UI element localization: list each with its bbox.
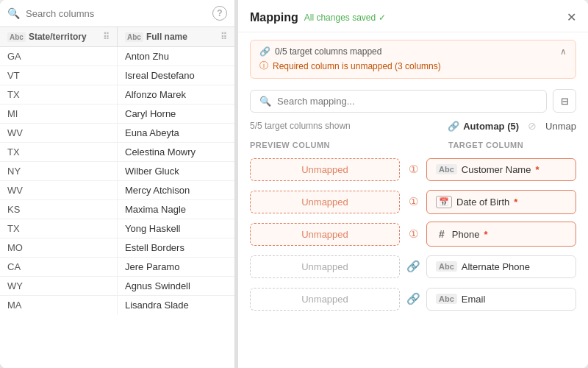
name-cell: Maxima Nagle bbox=[118, 200, 234, 219]
link-status-icon: 🔗 bbox=[259, 46, 270, 57]
mapping-search-input[interactable] bbox=[277, 96, 537, 107]
mapped-status: 🔗 0/5 target columns mapped bbox=[259, 46, 381, 57]
preview-box[interactable]: Unmapped bbox=[250, 191, 400, 213]
name-cell: Lisandra Slade bbox=[118, 296, 234, 314]
state-cell: MA bbox=[0, 296, 118, 314]
name-cell: Celestina Mowry bbox=[118, 143, 234, 161]
table-row: MI Caryl Horne bbox=[0, 105, 234, 124]
required-star: * bbox=[514, 197, 517, 208]
name-cell: Anton Zhu bbox=[118, 47, 234, 66]
main-container: 🔍 ? Abc State/territory ⠿ Abc Full name … bbox=[0, 0, 588, 368]
connector-icon: 🔗 bbox=[406, 292, 420, 305]
table-row: GA Anton Zhu bbox=[0, 47, 234, 66]
mapping-row: Unmapped 🔗 Abc Alternate Phone bbox=[250, 252, 576, 280]
preview-box[interactable]: Unmapped bbox=[250, 255, 400, 278]
target-box[interactable]: Abc Email bbox=[426, 288, 576, 311]
mapping-header: Mapping All changes saved ✓ ✕ bbox=[238, 0, 588, 32]
collapse-icon[interactable]: ∧ bbox=[560, 46, 567, 57]
name-cell: Caryl Horne bbox=[118, 105, 234, 123]
unmap-button[interactable]: Unmap bbox=[545, 121, 576, 132]
col2-header-label: Full name bbox=[146, 32, 187, 42]
target-column-header: TARGET COLUMN bbox=[426, 141, 576, 149]
columns-shown-label: 5/5 target columns shown bbox=[250, 121, 439, 131]
state-cell: CA bbox=[0, 258, 118, 276]
state-cell: VT bbox=[0, 66, 118, 85]
warning-text: Required column is unmapped (3 columns) bbox=[273, 61, 441, 71]
mapping-search-icon: 🔍 bbox=[259, 96, 271, 107]
close-button[interactable]: ✕ bbox=[567, 10, 576, 24]
name-cell: Mercy Atchison bbox=[118, 181, 234, 199]
target-name: Email bbox=[462, 294, 486, 305]
state-cell: TX bbox=[0, 143, 118, 161]
target-box[interactable]: Abc Alternate Phone bbox=[426, 255, 576, 278]
table-row: VT Isreal Destefano bbox=[0, 66, 234, 85]
preview-box[interactable]: Unmapped bbox=[250, 223, 400, 246]
target-name: Phone bbox=[452, 229, 480, 240]
right-panel: Mapping All changes saved ✓ ✕ 🔗 0/5 targ… bbox=[238, 0, 588, 368]
preview-box[interactable]: Unmapped bbox=[250, 158, 400, 181]
search-bar: 🔍 ? bbox=[0, 0, 234, 27]
unmap-label: Unmap bbox=[545, 121, 576, 132]
connector-icon: ① bbox=[406, 227, 420, 241]
help-icon[interactable]: ? bbox=[212, 6, 227, 21]
name-cell: Jere Paramo bbox=[118, 258, 234, 276]
checkmark-icon: ✓ bbox=[379, 13, 386, 23]
name-cell: Agnus Swindell bbox=[118, 277, 234, 295]
state-cell: WV bbox=[0, 124, 118, 142]
mapping-row: Unmapped ① # Phone * bbox=[250, 220, 576, 248]
name-cell: Isreal Destefano bbox=[118, 66, 234, 85]
col2-header: Abc Full name ⠿ bbox=[118, 27, 234, 46]
warning-icon: ⓘ bbox=[259, 60, 268, 72]
mapping-rows: Unmapped ① Abc Customer Name * Unmapped … bbox=[238, 152, 588, 368]
target-type-icon: Abc bbox=[436, 294, 457, 304]
target-type-icon: Abc bbox=[436, 261, 457, 272]
state-cell: MO bbox=[0, 238, 118, 257]
mapping-search-box: 🔍 bbox=[250, 90, 547, 113]
col2-drag-handle[interactable]: ⠿ bbox=[220, 32, 227, 42]
table-row: CA Jere Paramo bbox=[0, 258, 234, 277]
state-cell: MI bbox=[0, 105, 118, 123]
name-cell: Yong Haskell bbox=[118, 219, 234, 238]
state-cell: NY bbox=[0, 162, 118, 180]
state-cell: WV bbox=[0, 181, 118, 199]
target-type-icon: Abc bbox=[436, 164, 457, 174]
target-box[interactable]: 📅 Date of Birth * bbox=[426, 190, 576, 214]
preview-box[interactable]: Unmapped bbox=[250, 288, 400, 311]
required-star: * bbox=[535, 164, 539, 175]
preview-column-header: PREVIEW COLUMN bbox=[250, 141, 378, 149]
col1-header: Abc State/territory ⠿ bbox=[0, 27, 118, 46]
columns-count-row: 5/5 target columns shown 🔗 Automap (5) ⊘… bbox=[238, 118, 588, 138]
col1-drag-handle[interactable]: ⠿ bbox=[103, 32, 110, 42]
mapped-count: 0/5 target columns mapped bbox=[275, 46, 381, 57]
table-row: TX Yong Haskell bbox=[0, 219, 234, 238]
connector-icon: ① bbox=[406, 163, 420, 176]
state-cell: TX bbox=[0, 85, 118, 104]
filter-button[interactable]: ⊟ bbox=[553, 89, 576, 113]
mapping-search-row: 🔍 ⊟ bbox=[238, 86, 588, 118]
col1-header-label: State/territory bbox=[29, 32, 87, 42]
separator: ⊘ bbox=[528, 120, 537, 132]
mapping-cols-header: PREVIEW COLUMN TARGET COLUMN bbox=[238, 138, 588, 152]
state-cell: GA bbox=[0, 47, 118, 66]
mapping-row: Unmapped ① 📅 Date of Birth * bbox=[250, 188, 576, 216]
state-cell: KS bbox=[0, 200, 118, 219]
target-box[interactable]: # Phone * bbox=[426, 222, 576, 247]
search-input[interactable] bbox=[26, 8, 207, 19]
search-icon: 🔍 bbox=[7, 7, 20, 19]
target-box[interactable]: Abc Customer Name * bbox=[426, 158, 576, 181]
target-name: Customer Name bbox=[462, 164, 531, 175]
table-row: NY Wilber Gluck bbox=[0, 162, 234, 181]
table-row: MO Estell Borders bbox=[0, 238, 234, 258]
mapping-title: Mapping bbox=[250, 11, 298, 24]
target-type-icon: 📅 bbox=[436, 196, 452, 208]
link-icon: 🔗 bbox=[448, 121, 459, 132]
table-row: WV Euna Abeyta bbox=[0, 124, 234, 143]
status-row: 🔗 0/5 target columns mapped ∧ bbox=[259, 46, 567, 57]
automap-button[interactable]: 🔗 Automap (5) bbox=[448, 121, 519, 132]
name-cell: Alfonzo Marek bbox=[118, 85, 234, 104]
warning-row: ⓘ Required column is unmapped (3 columns… bbox=[259, 60, 567, 72]
table-row: TX Celestina Mowry bbox=[0, 143, 234, 162]
automap-label: Automap (5) bbox=[463, 121, 519, 132]
name-cell: Estell Borders bbox=[118, 238, 234, 257]
connector-icon: ① bbox=[406, 195, 420, 208]
